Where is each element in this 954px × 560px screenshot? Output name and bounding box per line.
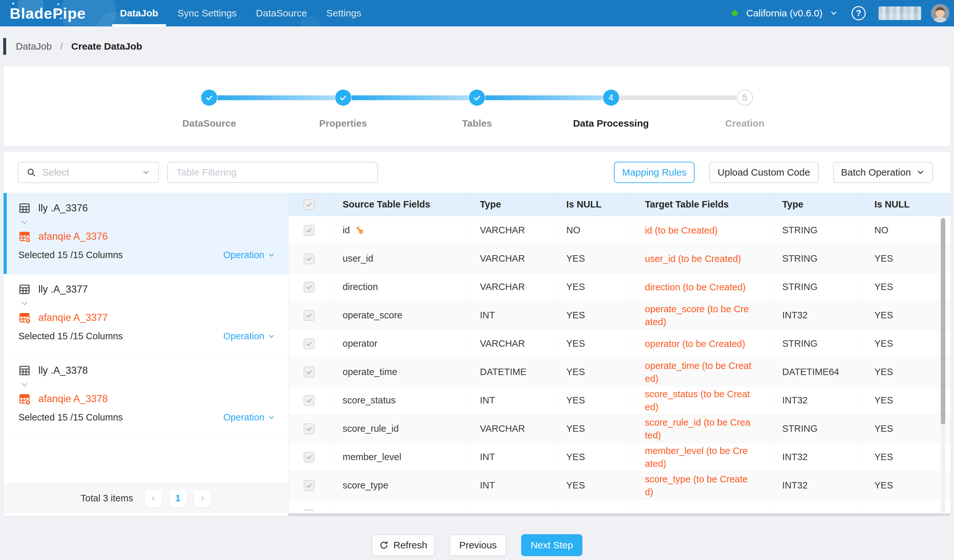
source-field-nullable: YES	[566, 480, 585, 491]
table-row-direction: directionVARCHARYESdirection (to be Crea…	[288, 273, 951, 301]
refresh-button[interactable]: Refresh	[372, 534, 435, 556]
target-field-nullable: YES	[874, 367, 893, 377]
pagination-page-1[interactable]: 1	[169, 490, 187, 507]
nav-item-sync-settings[interactable]: Sync Settings	[168, 0, 246, 26]
operation-label: Operation	[223, 412, 264, 423]
step-datasource: DataSource	[201, 90, 217, 106]
target-field-type: DATETIME64	[782, 367, 839, 377]
header-target-null: Is NULL	[862, 193, 951, 216]
chevron-down-icon	[142, 168, 151, 177]
operation-dropdown[interactable]: Operation	[223, 331, 275, 342]
nav-item-label: DataSource	[256, 8, 307, 19]
target-field-type: STRING	[782, 253, 818, 264]
row-checkbox[interactable]	[304, 367, 315, 378]
region-selector-label: California (v0.6.0)	[746, 8, 823, 19]
vertical-scrollbar	[941, 218, 945, 513]
table-mapping-item[interactable]: lly .A_3376afanqie A_3376Selected 15 /15…	[3, 193, 288, 274]
pagination-next-button[interactable]	[194, 490, 211, 507]
target-table-create-icon	[19, 311, 31, 324]
source-field-nullable: YES	[566, 367, 585, 377]
next-step-button[interactable]: Next Step	[521, 534, 582, 556]
operation-dropdown[interactable]: Operation	[223, 412, 275, 423]
nav-item-label: Settings	[326, 8, 361, 19]
row-checkbox[interactable]	[304, 509, 315, 511]
source-field-nullable: YES	[566, 310, 585, 320]
help-icon[interactable]: ?	[851, 6, 866, 20]
target-table-name: afanqie A_3376	[38, 231, 108, 242]
row-checkbox[interactable]	[304, 480, 315, 491]
source-field-nullable: YES	[566, 452, 585, 462]
source-field-type: VARCHAR	[480, 225, 525, 235]
target-table-name: afanqie A_3378	[38, 393, 108, 405]
chevron-down-icon	[268, 414, 275, 422]
nav-item-datajob[interactable]: DataJob	[110, 0, 168, 26]
source-table-name: lly .A_3378	[38, 365, 88, 376]
step-connector	[218, 95, 335, 100]
source-table-name: lly .A_3377	[38, 283, 88, 295]
table-row-member-level: member_levelINTYESmember_level (to be Cr…	[288, 443, 951, 471]
step-label: Data Processing	[573, 118, 649, 129]
batch-operation-button[interactable]: Batch Operation	[833, 162, 933, 183]
online-status-dot	[732, 10, 738, 16]
table-filtering-input[interactable]	[167, 162, 378, 183]
source-field-type: VARCHAR	[480, 282, 525, 292]
source-field-name: direction	[343, 282, 378, 292]
target-field-name: operate_time (to be Created)	[645, 359, 752, 385]
table-row-score-type: score_typeINTYESscore_type (to be Create…	[288, 471, 951, 500]
nav-item-datasource[interactable]: DataSource	[246, 0, 316, 26]
target-field-type: STRING	[782, 225, 818, 235]
table-list-panel: lly .A_3376afanqie A_3376Selected 15 /15…	[3, 193, 288, 516]
table-row-id: idVARCHARNOid (to be Created)STRINGNO	[288, 216, 951, 244]
row-checkbox[interactable]	[304, 395, 315, 406]
vertical-scrollbar-thumb[interactable]	[941, 218, 945, 424]
target-table-create-icon	[19, 393, 31, 405]
step-check-icon	[335, 90, 351, 106]
bladepipe-logo[interactable]: BladePipe	[10, 5, 86, 22]
table-mapping-item[interactable]: lly .A_3378afanqie A_3378Selected 15 /15…	[3, 355, 288, 437]
previous-button[interactable]: Previous	[449, 534, 507, 556]
target-field-type: INT32	[782, 395, 807, 406]
selected-columns-text: Selected 15 /15 Columns	[19, 412, 123, 423]
target-field-nullable: YES	[874, 282, 893, 292]
source-field-name: score_type	[343, 480, 388, 491]
operation-dropdown[interactable]: Operation	[223, 250, 275, 260]
table-row-score-status: score_statusINTYESscore_status (to be Cr…	[288, 386, 951, 415]
table-mapping-item[interactable]: lly .A_3377afanqie A_3377Selected 15 /15…	[3, 274, 288, 355]
horizontal-scrollbar[interactable]	[288, 513, 951, 516]
row-checkbox[interactable]	[304, 282, 315, 292]
row-checkbox[interactable]	[304, 452, 315, 463]
target-field-name: user_id (to be Created)	[645, 252, 741, 265]
header-target-field: Target Table Fields	[632, 193, 769, 216]
target-field-type: INT32	[782, 480, 807, 491]
header-source-type: Type	[467, 193, 553, 216]
breadcrumb-parent[interactable]: DataJob	[16, 41, 52, 52]
nav-item-settings[interactable]: Settings	[316, 0, 371, 26]
row-checkbox[interactable]	[304, 423, 315, 434]
row-checkbox[interactable]	[304, 225, 315, 236]
target-field-name: score_type (to be Created)	[645, 473, 752, 498]
page-title: Create DataJob	[71, 41, 142, 52]
source-field-type: INT	[480, 310, 495, 320]
row-checkbox[interactable]	[304, 338, 315, 349]
mapping-rules-button[interactable]: Mapping Rules	[614, 162, 695, 183]
select-all-checkbox[interactable]	[304, 199, 315, 210]
upload-custom-code-button[interactable]: Upload Custom Code	[709, 162, 818, 183]
table-header-row: Source Table Fields Type Is NULL Target …	[288, 193, 951, 216]
row-checkbox[interactable]	[304, 310, 315, 321]
table-row-partial	[288, 500, 951, 511]
pagination-prev-button[interactable]	[145, 490, 162, 507]
user-avatar[interactable]	[931, 4, 949, 23]
nav-item-label: Sync Settings	[178, 8, 237, 19]
source-field-type: VARCHAR	[480, 253, 525, 264]
target-field-name: score_rule_id (to be Created)	[645, 416, 752, 442]
table-row-operate-score: operate_scoreINTYESoperate_score (to be …	[288, 301, 951, 330]
chevron-down-icon[interactable]	[829, 9, 838, 17]
mapping-arrow-chevron-down-icon	[19, 297, 275, 310]
filter-toolbar: Select Mapping Rules Upload Custom Code …	[3, 152, 951, 193]
source-table-icon	[19, 283, 31, 296]
scope-select[interactable]: Select	[18, 162, 159, 183]
target-field-name: operate_score (to be Created)	[645, 303, 752, 328]
row-checkbox[interactable]	[304, 253, 315, 264]
header-source-field: Source Table Fields	[330, 193, 467, 216]
target-field-nullable: YES	[874, 338, 893, 349]
